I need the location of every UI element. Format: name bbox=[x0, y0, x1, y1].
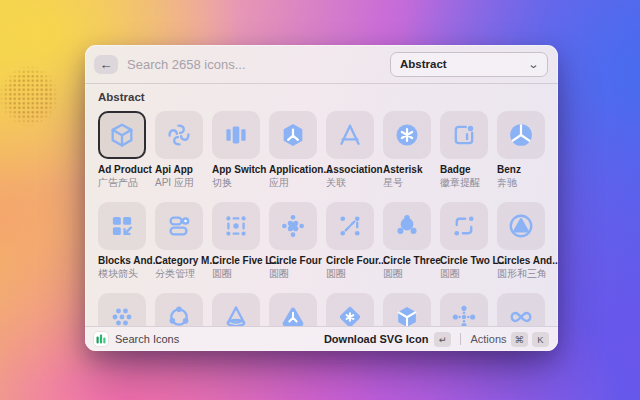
asterisk-icon bbox=[393, 121, 421, 149]
icon-name: Circle Three bbox=[383, 255, 431, 267]
icon-name: Api App bbox=[155, 164, 203, 176]
logo-bars-icon bbox=[96, 334, 106, 344]
icon-grid-row: Ad Product广告产品Api AppAPI 应用App Switch切换A… bbox=[98, 111, 545, 189]
icon-name: Ad Product bbox=[98, 164, 146, 176]
icon-cell-badge: Badge徽章提醒 bbox=[440, 111, 488, 189]
icon-cell-dotted-move bbox=[440, 293, 488, 326]
icon-name: Category M... bbox=[155, 255, 203, 267]
back-button[interactable]: ← bbox=[94, 55, 118, 74]
dotted-move-icon bbox=[450, 303, 478, 326]
section-title: Abstract bbox=[98, 91, 545, 103]
icon-cell-circle-two-line: Circle Two L...圆圈 bbox=[440, 202, 488, 280]
icon-name-zh: 圆圈 bbox=[269, 267, 317, 280]
icon-name: Circle Four... bbox=[326, 255, 374, 267]
cube-y-icon bbox=[393, 303, 421, 326]
icon-tile-circle-four-line[interactable] bbox=[326, 202, 374, 250]
icon-tile-cone[interactable] bbox=[212, 293, 260, 326]
icon-tile-circle-two-line[interactable] bbox=[440, 202, 488, 250]
icon-tile-infinity[interactable] bbox=[497, 293, 545, 326]
icon-cell-cube-y bbox=[383, 293, 431, 326]
actions-label: Actions bbox=[470, 333, 506, 345]
badge-icon bbox=[450, 121, 478, 149]
icon-name-zh: 分类管理 bbox=[155, 267, 203, 280]
window-header: ← Search 2658 icons... Abstract ⌄ bbox=[85, 45, 558, 84]
icon-search-window: ← Search 2658 icons... Abstract ⌄ Abstra… bbox=[85, 45, 558, 351]
icon-cell-asterisk: Asterisk星号 bbox=[383, 111, 431, 189]
category-dropdown[interactable]: Abstract ⌄ bbox=[390, 52, 548, 77]
icon-tile-circle-three[interactable] bbox=[383, 202, 431, 250]
window-footer: Search Icons Download SVG Icon ↵ Actions… bbox=[85, 326, 558, 351]
icon-tile-app-switch[interactable] bbox=[212, 111, 260, 159]
category-dropdown-value: Abstract bbox=[400, 58, 529, 70]
icon-tile-ring-three-dots[interactable] bbox=[155, 293, 203, 326]
icon-tile-category-management[interactable] bbox=[155, 202, 203, 250]
icon-cell-category-management: Category M...分类管理 bbox=[155, 202, 203, 280]
icon-tile-application[interactable] bbox=[269, 111, 317, 159]
icon-cell-diamond-asterisk bbox=[326, 293, 374, 326]
icon-cell-circle-four-line: Circle Four...圆圈 bbox=[326, 202, 374, 280]
circle-four-line-icon bbox=[336, 212, 364, 240]
circle-two-line-icon bbox=[450, 212, 478, 240]
download-svg-label: Download SVG Icon bbox=[324, 333, 429, 345]
icon-tile-dotted-move[interactable] bbox=[440, 293, 488, 326]
dots-cluster-icon bbox=[108, 303, 136, 326]
actions-button[interactable]: Actions ⌘ K bbox=[470, 332, 549, 347]
icon-cell-circle-three: Circle Three圆圈 bbox=[383, 202, 431, 280]
icon-tile-benz[interactable] bbox=[497, 111, 545, 159]
search-input[interactable]: Search 2658 icons... bbox=[127, 57, 381, 72]
icon-cell-app-switch: App Switch切换 bbox=[212, 111, 260, 189]
icon-name: Circle Four bbox=[269, 255, 317, 267]
icon-grid-row bbox=[98, 293, 545, 326]
app-switch-icon bbox=[222, 121, 250, 149]
icon-tile-diamond-asterisk[interactable] bbox=[326, 293, 374, 326]
footer-divider bbox=[460, 333, 461, 345]
icon-name-zh: 奔驰 bbox=[497, 176, 545, 189]
icon-tile-dots-cluster[interactable] bbox=[98, 293, 146, 326]
icon-name-zh: API 应用 bbox=[155, 176, 203, 189]
icon-cell-api-app: Api AppAPI 应用 bbox=[155, 111, 203, 189]
circles-and-triangle-icon bbox=[507, 212, 535, 240]
icon-name-zh: 星号 bbox=[383, 176, 431, 189]
icon-name-zh: 圆圈 bbox=[326, 267, 374, 280]
api-app-icon bbox=[165, 121, 193, 149]
enter-key-icon: ↵ bbox=[434, 332, 451, 347]
icon-name: Benz bbox=[497, 164, 545, 176]
icon-name-zh: 广告产品 bbox=[98, 176, 146, 189]
icon-tile-api-app[interactable] bbox=[155, 111, 203, 159]
circle-four-icon bbox=[279, 212, 307, 240]
triangle-y-icon bbox=[279, 303, 307, 326]
icon-tile-blocks-and-arrow[interactable] bbox=[98, 202, 146, 250]
app-name-label: Search Icons bbox=[115, 333, 317, 345]
ad-product-icon bbox=[108, 121, 136, 149]
infinity-icon bbox=[507, 303, 535, 326]
icon-tile-circle-four[interactable] bbox=[269, 202, 317, 250]
icon-name-zh: 圆圈 bbox=[212, 267, 260, 280]
chevron-down-icon: ⌄ bbox=[527, 58, 539, 71]
background-halftone-blob bbox=[0, 56, 68, 136]
icon-cell-ring-three-dots bbox=[155, 293, 203, 326]
icon-name: Circles And... bbox=[497, 255, 545, 267]
icon-name-zh: 圆圈 bbox=[383, 267, 431, 280]
icon-name-zh: 徽章提醒 bbox=[440, 176, 488, 189]
icon-tile-cube-y[interactable] bbox=[383, 293, 431, 326]
icon-name: Asterisk bbox=[383, 164, 431, 176]
icon-tile-badge[interactable] bbox=[440, 111, 488, 159]
icon-tile-triangle-y[interactable] bbox=[269, 293, 317, 326]
icon-name: Application... bbox=[269, 164, 317, 176]
icon-name-zh: 切换 bbox=[212, 176, 260, 189]
icon-name-zh: 关联 bbox=[326, 176, 374, 189]
icon-tile-association[interactable] bbox=[326, 111, 374, 159]
icon-cell-dots-cluster bbox=[98, 293, 146, 326]
icon-cell-application: Application...应用 bbox=[269, 111, 317, 189]
icon-cell-cone bbox=[212, 293, 260, 326]
icon-name: Blocks And... bbox=[98, 255, 146, 267]
icon-tile-circle-five-line[interactable] bbox=[212, 202, 260, 250]
download-svg-button[interactable]: Download SVG Icon ↵ bbox=[324, 332, 452, 347]
icon-tile-ad-product[interactable] bbox=[98, 111, 146, 159]
diamond-asterisk-icon bbox=[336, 303, 364, 326]
blocks-and-arrow-icon bbox=[108, 212, 136, 240]
icon-tile-asterisk[interactable] bbox=[383, 111, 431, 159]
icon-grid-row: Blocks And...模块箭头Category M...分类管理Circle… bbox=[98, 202, 545, 280]
icon-grid: Ad Product广告产品Api AppAPI 应用App Switch切换A… bbox=[98, 111, 545, 326]
icon-tile-circles-and-triangle[interactable] bbox=[497, 202, 545, 250]
